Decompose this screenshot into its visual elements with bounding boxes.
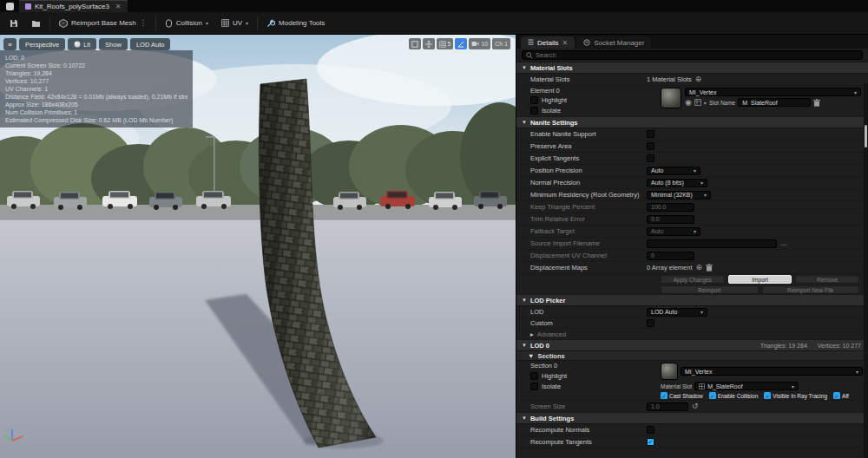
screen-size-field[interactable]: 1.0 [647, 402, 688, 411]
check-icon: ✓ [764, 392, 771, 399]
check-icon: ✓ [709, 392, 716, 399]
material-slots-count: 1 Material Slots [647, 75, 692, 83]
section-material-select[interactable]: MI_Vertex ▾ [681, 367, 863, 376]
save-button[interactable] [5, 16, 23, 31]
browse-to-asset-button[interactable] [27, 16, 45, 31]
rotation-snap-button[interactable] [455, 38, 467, 49]
stat-line: Vertices: 10,277 [5, 77, 187, 85]
unreal-logo[interactable] [0, 0, 19, 12]
sections-expander[interactable]: ▼ Sections [516, 351, 868, 361]
visible-in-ray-tracing-checkbox[interactable]: ✓Visible In Ray Tracing [764, 392, 827, 399]
tab-socket-manager[interactable]: Socket Manager [576, 36, 651, 49]
search-box[interactable] [522, 50, 863, 60]
view-mode-button[interactable]: Lit [68, 38, 96, 50]
cast-shadow-checkbox[interactable]: ✓Cast Shadow [661, 392, 703, 399]
normal-precision-select[interactable]: Auto (8 bits)▾ [647, 179, 707, 187]
tab-details[interactable]: Details ✕ [521, 36, 575, 49]
preserve-area-checkbox[interactable]: ✓ [647, 142, 654, 150]
affect-checkbox[interactable]: ✓Aff [833, 392, 849, 399]
details-panel: Details ✕ Socket Manager ▼ Material Slot… [516, 35, 868, 458]
recompute-tangents-label: Recompute Tangents [516, 438, 647, 446]
recompute-normals-checkbox[interactable]: ✓ [647, 426, 654, 434]
folder-icon [31, 19, 41, 28]
perspective-label: Perspective [25, 41, 59, 49]
lod-select[interactable]: LOD Auto▾ [647, 308, 707, 317]
browse-file-button[interactable]: ... [780, 239, 787, 247]
wrench-icon [266, 19, 275, 28]
camera-speed-value: 10 [481, 41, 488, 47]
uv-menu-button[interactable]: UV ▾ [217, 16, 253, 31]
show-menu-button[interactable]: Show [99, 38, 128, 50]
isolate-checkbox[interactable]: ✓ [530, 107, 538, 114]
slot-name-input[interactable] [742, 100, 806, 106]
lod-auto-label: LOD Auto [136, 41, 165, 49]
category-material-slots[interactable]: ▼ Material Slots [516, 62, 868, 74]
3d-viewport[interactable]: ≡ Perspective Lit Show LOD Auto 5 [0, 35, 516, 458]
position-precision-select[interactable]: Auto▾ [647, 167, 700, 175]
section-isolate-checkbox[interactable]: ✓ [530, 383, 538, 390]
recompute-tangents-checkbox[interactable]: ✓ [647, 438, 654, 446]
main-toolbar: Reimport Base Mesh ⋮ Collision ▾ UV ▾ Mo… [0, 12, 868, 35]
element0-label: Element 0 [530, 87, 560, 95]
translate-snap-button[interactable] [423, 38, 435, 49]
reset-icon[interactable]: ↺ [692, 402, 699, 410]
channel-button[interactable]: Ch 1 [492, 38, 510, 49]
advanced-expander[interactable]: Advanced [537, 330, 566, 338]
reimport-base-mesh-label: Reimport Base Mesh [71, 19, 136, 27]
apply-changes-button[interactable]: Apply Changes [661, 275, 725, 284]
min-residency-select[interactable]: Minimal (32KB)▾ [647, 191, 711, 200]
import-button[interactable]: Import [728, 275, 792, 284]
section-material-thumbnail[interactable] [661, 363, 678, 380]
material-select[interactable]: MI_Vertex ▾ [685, 88, 861, 96]
modeling-tools-button[interactable]: Modeling Tools [262, 16, 329, 31]
socket-icon [583, 39, 590, 46]
asset-tab[interactable]: Kit_Roofs_polySurface3 ✕ [19, 0, 128, 12]
camera-speed-button[interactable]: 10 [469, 38, 490, 49]
delete-slot-icon[interactable] [813, 99, 820, 107]
displacement-uv-channel-field[interactable]: 0 [647, 252, 694, 260]
category-nanite-settings[interactable]: ▼ Nanite Settings [516, 117, 868, 128]
material-thumbnail[interactable] [661, 88, 681, 108]
clear-displacement-maps-icon[interactable] [706, 264, 713, 272]
scrollbar-thumb[interactable] [865, 125, 867, 147]
material-slot-select[interactable]: M_SlateRoof ▾ [694, 382, 799, 390]
reimport-new-file-button[interactable]: Reimport New File [762, 285, 860, 294]
kebab-menu-icon[interactable]: ⋮ [140, 19, 147, 27]
custom-checkbox[interactable]: ✓ [647, 319, 654, 327]
viewport-options-button[interactable]: ≡ [3, 38, 16, 50]
grid-snap-button[interactable]: 5 [437, 38, 454, 49]
close-icon[interactable]: ✕ [562, 39, 568, 47]
asset-options-icon[interactable]: ▾ [704, 100, 707, 106]
keep-triangle-percent-field[interactable]: 100.0 [647, 203, 694, 212]
slot-name-field[interactable] [738, 98, 811, 107]
close-tab-icon[interactable]: ✕ [115, 3, 122, 10]
category-lod0-label: LOD 0 [530, 342, 549, 350]
enable-collision-checkbox[interactable]: ✓Enable Collision [709, 392, 759, 399]
search-input[interactable] [536, 51, 858, 59]
check-icon: ✓ [833, 392, 840, 399]
browse-asset-icon[interactable] [694, 99, 701, 106]
reimport-button[interactable]: Reimport [661, 285, 759, 294]
remove-button[interactable]: Remove [795, 275, 859, 284]
source-import-filename-field[interactable] [647, 239, 777, 248]
category-build-settings[interactable]: ▼ Build Settings [516, 413, 868, 424]
category-lod0[interactable]: ▼ LOD 0 Triangles: 19 284 Vertices: 10 2… [516, 340, 868, 351]
reimport-base-mesh-button[interactable]: Reimport Base Mesh ⋮ [55, 16, 151, 31]
maximize-viewport-button[interactable] [409, 38, 421, 49]
lod-auto-button[interactable]: LOD Auto [130, 38, 171, 50]
panel-scrollbar[interactable] [864, 83, 868, 458]
trim-relative-error-field[interactable]: 0.0 [647, 215, 694, 224]
category-lod-picker[interactable]: ▼ LOD Picker [516, 295, 868, 306]
collision-menu-button[interactable]: Collision ▾ [161, 16, 213, 31]
enable-nanite-label: Enable Nanite Support [516, 130, 647, 138]
add-material-slot-icon[interactable]: ⊕ [695, 75, 702, 83]
explicit-tangents-checkbox[interactable]: ✓ [647, 154, 654, 162]
fallback-target-select[interactable]: Auto▾ [647, 227, 700, 236]
highlight-checkbox[interactable]: ✓ [530, 96, 538, 104]
enable-nanite-checkbox[interactable]: ✓ [647, 130, 654, 138]
add-displacement-map-icon[interactable]: ⊕ [696, 264, 703, 272]
use-selected-asset-icon[interactable]: ◉ [685, 99, 692, 107]
perspective-button[interactable]: Perspective [19, 38, 65, 50]
viewport-toolbar-left: ≡ Perspective Lit Show LOD Auto [3, 38, 170, 50]
section-highlight-checkbox[interactable]: ✓ [530, 372, 538, 380]
